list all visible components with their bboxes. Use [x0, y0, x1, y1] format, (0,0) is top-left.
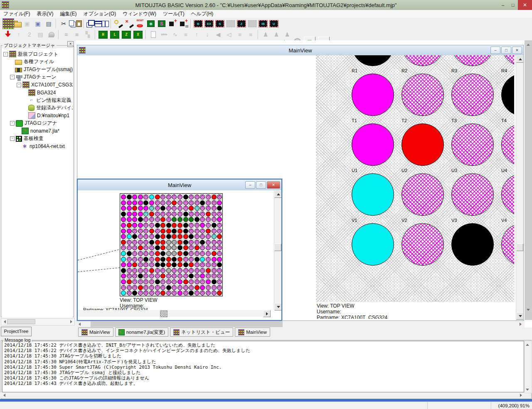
bga-ball[interactable]: [195, 273, 200, 278]
mdi-tab[interactable]: ネットリスト・ビュー: [170, 328, 233, 337]
bga-ball[interactable]: [132, 262, 137, 267]
bga-ball[interactable]: [149, 279, 154, 284]
bga-ball[interactable]: [206, 240, 211, 245]
bga-ball[interactable]: [132, 245, 137, 250]
menu-item[interactable]: ウィンドウ(W): [119, 10, 160, 18]
bga-ball[interactable]: [352, 74, 394, 116]
bga-ball[interactable]: [127, 206, 132, 211]
bga-ball[interactable]: [132, 285, 137, 290]
bga-ball[interactable]: [172, 257, 177, 262]
bga-ball[interactable]: [501, 123, 514, 166]
bga-ball[interactable]: [143, 268, 148, 273]
bga-ball[interactable]: [149, 217, 154, 222]
bga-ball[interactable]: [501, 173, 514, 216]
bga-ball[interactable]: [195, 268, 200, 273]
bga-ball[interactable]: [183, 273, 188, 278]
bga-ball[interactable]: [212, 245, 217, 250]
tree-item[interactable]: 登録済みデバイス: [2, 104, 73, 112]
chain-autodetect-button[interactable]: ∗: [145, 19, 156, 29]
bga-ball[interactable]: [206, 262, 211, 267]
bga-ball[interactable]: [212, 251, 217, 256]
menu-item[interactable]: 表示(V): [33, 10, 57, 18]
bga-ball[interactable]: [155, 212, 160, 217]
new-waveform-button[interactable]: [148, 30, 159, 39]
bga-ball[interactable]: [132, 240, 137, 245]
bga-ball[interactable]: [132, 212, 137, 217]
bga-ball[interactable]: [217, 223, 222, 228]
bga-ball[interactable]: [352, 173, 394, 216]
bga-ball[interactable]: [160, 291, 165, 296]
bga-ball[interactable]: [172, 234, 177, 239]
bga-ball[interactable]: [155, 206, 160, 211]
bga-ball[interactable]: [160, 217, 165, 222]
bga-ball[interactable]: [121, 245, 126, 250]
bga-ball[interactable]: [183, 268, 188, 273]
bga-ball[interactable]: [127, 279, 132, 284]
bga-ball[interactable]: [138, 285, 143, 290]
bga-ball[interactable]: [177, 245, 182, 250]
mdi-tab[interactable]: ∿noname7.jla(変更): [115, 328, 168, 337]
bga-ball[interactable]: [217, 217, 222, 222]
bga-ball[interactable]: [195, 285, 200, 290]
bscan-z-button[interactable]: Z: [237, 20, 246, 27]
scroll-right-icon[interactable]: [517, 321, 524, 328]
bga-ball[interactable]: [212, 223, 217, 228]
bga-ball[interactable]: [217, 257, 222, 262]
bga-ball[interactable]: [177, 212, 182, 217]
bga-ball[interactable]: [149, 257, 154, 262]
scroll-up-icon[interactable]: [525, 41, 532, 48]
bga-ball[interactable]: [132, 251, 137, 256]
bga-ball[interactable]: [143, 217, 148, 222]
bga-ball[interactable]: [200, 251, 205, 256]
bga-ball[interactable]: [160, 251, 165, 256]
bga-ball[interactable]: [127, 195, 132, 200]
bga-ball[interactable]: [149, 240, 154, 245]
block3-button[interactable]: ■: [245, 30, 256, 39]
bga-ball[interactable]: [121, 229, 126, 234]
bga-ball[interactable]: [217, 195, 222, 200]
bga-ball[interactable]: [177, 195, 182, 200]
jump-back-button[interactable]: ◀: [213, 30, 224, 39]
bga-ball[interactable]: [183, 245, 188, 250]
bga-ball[interactable]: [200, 200, 205, 205]
bga-ball[interactable]: [149, 273, 154, 278]
alarm-button[interactable]: [46, 30, 57, 39]
device-list-button[interactable]: ≡: [61, 30, 71, 39]
bga-ball[interactable]: [121, 212, 126, 217]
bga-ball[interactable]: [127, 262, 132, 267]
mdi-hscrollbar[interactable]: [75, 320, 525, 328]
tree-item[interactable]: D:¥naitou¥np1: [2, 112, 73, 120]
bga-ball[interactable]: [206, 273, 211, 278]
bga-ball[interactable]: [143, 245, 148, 250]
bga-ball[interactable]: [189, 285, 194, 290]
mainview-window-inner[interactable]: MainView – □ ✕ View: TOP VIEW Username: …: [77, 179, 282, 321]
bga-ball[interactable]: [451, 173, 494, 216]
bga-ball[interactable]: [206, 268, 211, 273]
scroll-thumb[interactable]: [274, 244, 281, 251]
bga-ball[interactable]: [138, 245, 143, 250]
scroll-up-icon[interactable]: [516, 55, 523, 63]
bga-ball[interactable]: [200, 240, 205, 245]
bga-ball[interactable]: [127, 200, 132, 205]
bga-ball[interactable]: [138, 229, 143, 234]
sample-x-button[interactable]: X: [133, 31, 143, 39]
bga-ball[interactable]: [352, 223, 394, 266]
bga-ball[interactable]: [451, 74, 494, 116]
bga-ball[interactable]: [206, 279, 211, 284]
bga-ball[interactable]: [149, 291, 154, 296]
bga-ball[interactable]: [160, 223, 165, 228]
bga-ball[interactable]: [149, 200, 154, 205]
bga-ball[interactable]: [177, 223, 182, 228]
bga-ball[interactable]: [121, 279, 126, 284]
window-close-button[interactable]: ✕: [512, 47, 522, 54]
bga-ball[interactable]: [143, 273, 148, 278]
bga-ball[interactable]: [206, 257, 211, 262]
bga-ball[interactable]: [155, 234, 160, 239]
tree-hscrollbar[interactable]: [1, 318, 75, 325]
scroll-up-icon[interactable]: [524, 341, 531, 348]
bga-ball[interactable]: [138, 195, 143, 200]
bga-ball[interactable]: [121, 200, 126, 205]
bga-ball[interactable]: [132, 273, 137, 278]
bga-ball[interactable]: [206, 291, 211, 296]
bga-ball[interactable]: [149, 229, 154, 234]
